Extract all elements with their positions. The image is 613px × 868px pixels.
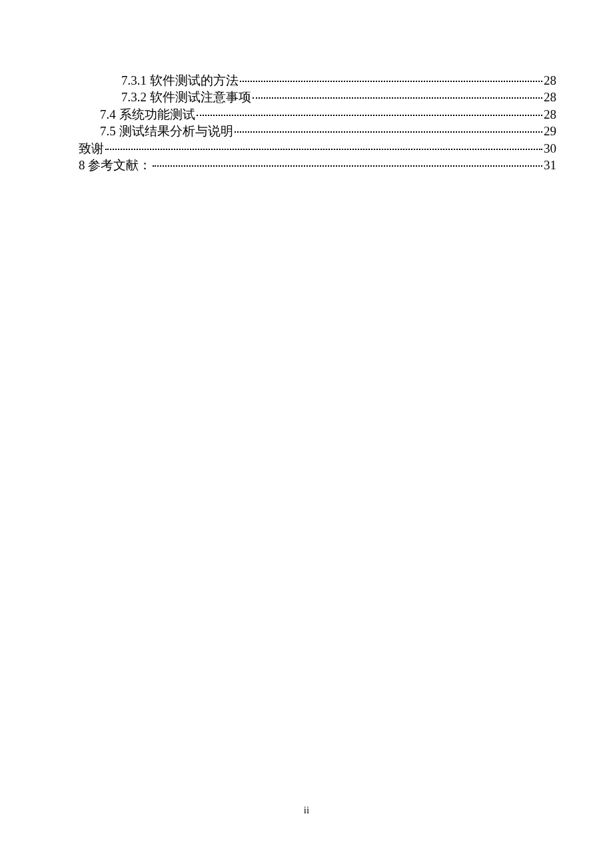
toc-leader-dots — [235, 131, 543, 133]
page-footer-number: ii — [0, 805, 613, 816]
toc-title: 7.3.2 软件测试注意事项 — [121, 89, 251, 105]
toc-leader-dots — [105, 149, 542, 150]
toc-title: 8 参考文献： — [79, 157, 151, 173]
toc-title: 7.5 测试结果分析与说明 — [100, 123, 233, 139]
toc-title: 7.3.1 软件测试的方法 — [121, 72, 239, 89]
toc-leader-dots — [153, 165, 542, 167]
toc-page-number: 28 — [544, 72, 556, 89]
toc-page-number: 29 — [544, 123, 556, 139]
toc-leader-dots — [240, 81, 542, 82]
toc-page-number: 28 — [544, 89, 556, 105]
toc-page-number: 28 — [544, 106, 556, 123]
toc-title: 致谢 — [79, 140, 104, 157]
toc-page-number: 30 — [544, 140, 556, 157]
toc-page-number: 31 — [544, 157, 556, 173]
table-of-contents: 7.3.1 软件测试的方法 28 7.3.2 软件测试注意事项 28 7.4 系… — [79, 72, 556, 173]
toc-leader-dots — [253, 97, 542, 99]
toc-entry[interactable]: 7.3.2 软件测试注意事项 28 — [79, 89, 556, 105]
toc-entry[interactable]: 7.4 系统功能测试 28 — [79, 106, 556, 123]
toc-entry[interactable]: 8 参考文献： 31 — [79, 157, 556, 173]
page: 7.3.1 软件测试的方法 28 7.3.2 软件测试注意事项 28 7.4 系… — [0, 0, 613, 868]
toc-entry[interactable]: 致谢 30 — [79, 140, 556, 157]
toc-entry[interactable]: 7.3.1 软件测试的方法 28 — [79, 72, 556, 89]
toc-entry[interactable]: 7.5 测试结果分析与说明 29 — [79, 123, 556, 139]
toc-leader-dots — [197, 115, 543, 116]
toc-title: 7.4 系统功能测试 — [100, 106, 195, 123]
